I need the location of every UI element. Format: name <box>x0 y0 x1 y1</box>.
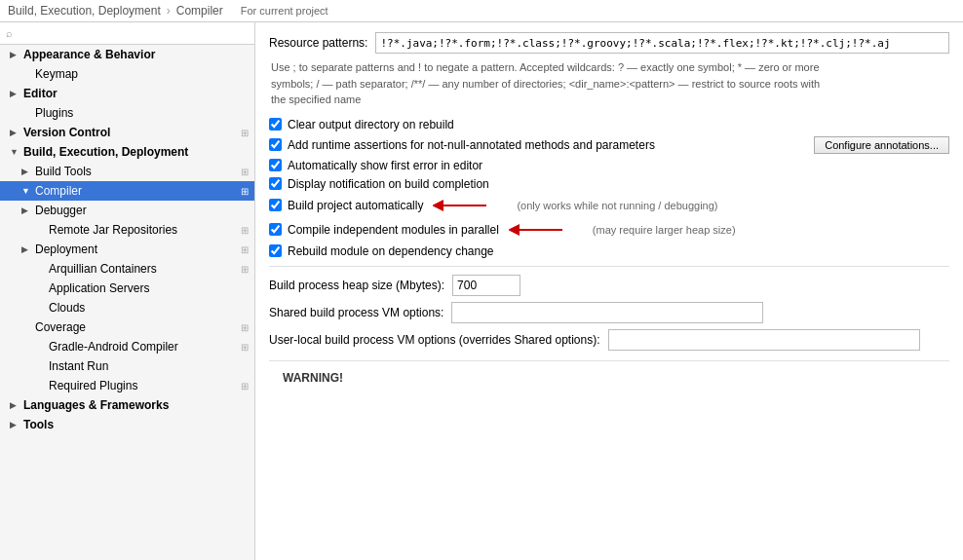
add-runtime-row: Add runtime assertions for not-null-anno… <box>269 136 949 154</box>
red-arrow-2-icon <box>509 220 567 240</box>
copy-icon: ⊞ <box>241 167 249 177</box>
show-first-error-label: Automatically show first error in editor <box>288 159 482 172</box>
configure-annotations-button[interactable]: Configure annotations... <box>814 136 949 154</box>
for-current-project: For current project <box>241 5 328 17</box>
search-input[interactable] <box>17 26 249 40</box>
clear-output-row: Clear output directory on rebuild <box>269 118 949 131</box>
add-runtime-label: Add runtime assertions for not-null-anno… <box>288 138 655 152</box>
heap-size-label: Build process heap size (Mbytes): <box>269 279 444 292</box>
resource-patterns-input[interactable] <box>375 32 949 54</box>
resource-patterns-row: Resource patterns: <box>269 32 949 54</box>
breadcrumb-page: Compiler <box>176 4 223 18</box>
copy-icon: ⊞ <box>241 225 249 236</box>
arrow-icon: ▶ <box>21 205 33 215</box>
compile-parallel-note: (may require larger heap size) <box>593 224 736 236</box>
breadcrumb-bar: Build, Execution, Deployment › Compiler … <box>0 0 963 22</box>
build-auto-checkbox[interactable] <box>269 199 282 211</box>
sidebar-item-compiler[interactable]: ▼ Compiler ⊞ <box>0 181 254 201</box>
display-notification-checkbox[interactable] <box>269 177 282 190</box>
sidebar-item-tools[interactable]: ▶ Tools <box>0 415 254 434</box>
copy-icon: ⊞ <box>241 244 249 255</box>
arrow-icon: ▶ <box>21 167 33 176</box>
search-bar[interactable]: ⌕ <box>0 22 254 45</box>
copy-icon: ⊞ <box>241 381 249 392</box>
shared-vm-row: Shared build process VM options: <box>269 302 949 323</box>
sidebar-item-remote-jar[interactable]: Remote Jar Repositories ⊞ <box>0 220 254 240</box>
sidebar-item-build-tools[interactable]: ▶ Build Tools ⊞ <box>0 162 254 181</box>
warning-label: WARNING! <box>283 371 343 385</box>
copy-icon: ⊞ <box>241 342 249 353</box>
clear-output-checkbox[interactable] <box>269 118 282 131</box>
sidebar-item-debugger[interactable]: ▶ Debugger <box>0 201 254 220</box>
sidebar-item-appearance[interactable]: ▶ Appearance & Behavior <box>0 45 254 64</box>
arrow-icon: ▶ <box>10 128 21 137</box>
sidebar-item-keymap[interactable]: Keymap <box>0 64 254 84</box>
compile-parallel-label: Compile independent modules in parallel <box>288 223 499 237</box>
red-arrow-1-icon <box>433 196 491 215</box>
sidebar-item-app-servers[interactable]: Application Servers <box>0 279 254 298</box>
sidebar-item-version-control[interactable]: ▶ Version Control ⊞ <box>0 123 254 142</box>
rebuild-module-row: Rebuild module on dependency change <box>269 244 949 258</box>
settings-sidebar: ⌕ ▶ Appearance & Behavior Keymap ▶ Edito… <box>0 22 255 560</box>
divider <box>269 266 949 267</box>
arrow-icon: ▶ <box>10 420 21 429</box>
rebuild-module-label: Rebuild module on dependency change <box>288 244 494 258</box>
arrow-icon: ▼ <box>21 186 33 196</box>
rebuild-module-checkbox[interactable] <box>269 244 282 257</box>
sidebar-item-clouds[interactable]: Clouds <box>0 298 254 317</box>
copy-icon: ⊞ <box>241 264 249 275</box>
compile-parallel-checkbox[interactable] <box>269 223 282 236</box>
resource-help-text: Use ; to separate patterns and ! to nega… <box>269 59 949 108</box>
copy-icon: ⊞ <box>241 322 249 333</box>
add-runtime-checkbox[interactable] <box>269 138 282 151</box>
build-auto-label: Build project automatically <box>288 199 423 212</box>
clear-output-label: Clear output directory on rebuild <box>288 118 454 131</box>
arrow-icon: ▶ <box>10 89 21 98</box>
build-auto-note: (only works while not running / debuggin… <box>517 200 717 211</box>
copy-icon: ⊞ <box>241 186 249 197</box>
copy-icon: ⊞ <box>241 128 249 138</box>
heap-size-input[interactable] <box>452 275 520 296</box>
compile-parallel-row: Compile independent modules in parallel … <box>269 220 949 240</box>
resource-patterns-label: Resource patterns: <box>269 36 367 50</box>
compiler-settings-panel: Resource patterns: Use ; to separate pat… <box>255 22 963 560</box>
arrow-icon: ▶ <box>21 244 33 254</box>
heap-size-row: Build process heap size (Mbytes): <box>269 275 949 296</box>
user-local-vm-input[interactable] <box>608 329 920 351</box>
warning-section: WARNING! <box>269 360 949 394</box>
sidebar-item-arquillian[interactable]: Arquillian Containers ⊞ <box>0 259 254 279</box>
arrow-icon: ▶ <box>10 50 21 59</box>
sidebar-item-required-plugins[interactable]: Required Plugins ⊞ <box>0 376 254 395</box>
arrow-icon: ▼ <box>10 147 21 157</box>
user-local-vm-row: User-local build process VM options (ove… <box>269 329 949 351</box>
sidebar-item-instant-run[interactable]: Instant Run <box>0 356 254 376</box>
show-first-error-checkbox[interactable] <box>269 159 282 171</box>
sidebar-item-editor[interactable]: ▶ Editor <box>0 84 254 103</box>
show-first-error-row: Automatically show first error in editor <box>269 159 949 172</box>
build-auto-row: Build project automatically (only works … <box>269 196 949 215</box>
shared-vm-label: Shared build process VM options: <box>269 306 443 319</box>
sidebar-item-plugins[interactable]: Plugins <box>0 103 254 123</box>
sidebar-item-coverage[interactable]: Coverage ⊞ <box>0 317 254 337</box>
breadcrumb-separator: › <box>167 4 171 18</box>
display-notification-label: Display notification on build completion <box>288 177 489 191</box>
sidebar-item-languages[interactable]: ▶ Languages & Frameworks <box>0 395 254 415</box>
search-icon: ⌕ <box>6 27 13 39</box>
display-notification-row: Display notification on build completion <box>269 177 949 191</box>
user-local-vm-label: User-local build process VM options (ove… <box>269 333 600 347</box>
arrow-icon: ▶ <box>10 400 21 410</box>
sidebar-item-gradle-android[interactable]: Gradle-Android Compiler ⊞ <box>0 337 254 356</box>
sidebar-item-deployment[interactable]: ▶ Deployment ⊞ <box>0 240 254 259</box>
breadcrumb-section: Build, Execution, Deployment <box>8 4 161 18</box>
sidebar-item-build-exec[interactable]: ▼ Build, Execution, Deployment <box>0 142 254 162</box>
shared-vm-input[interactable] <box>451 302 763 323</box>
